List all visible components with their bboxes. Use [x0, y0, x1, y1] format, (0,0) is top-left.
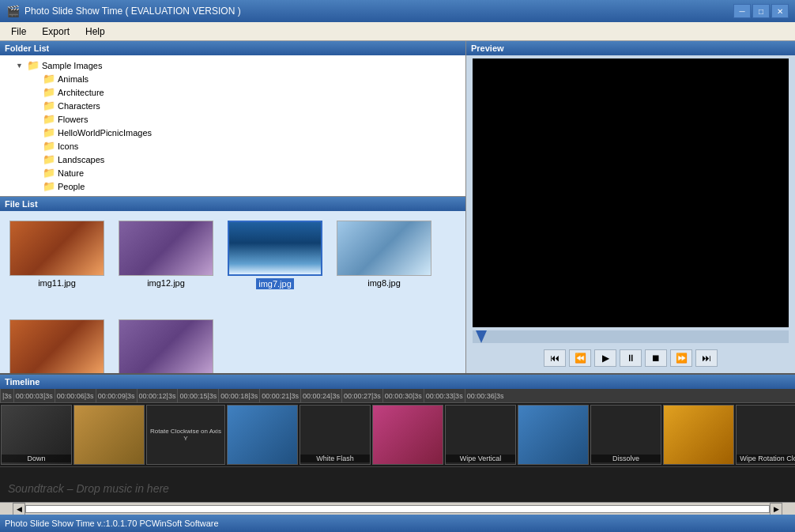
main-area: Folder List ▼ 📁 Sample Images 📁	[0, 41, 795, 515]
preview-scrubber[interactable]	[473, 330, 789, 343]
folder-list-header: Folder List	[0, 41, 465, 55]
app-icon: 🎬	[6, 5, 20, 17]
tree-item-icons[interactable]: 📁 Icons	[0, 139, 465, 153]
statusbar: Photo Slide Show Time v.:1.0.1.70 PCWinS…	[0, 515, 795, 532]
folder-icon-land: 📁	[43, 153, 55, 165]
app-title: Photo Slide Show Time ( EVALUATION VERSI…	[24, 6, 733, 17]
menu-export[interactable]: Export	[34, 25, 77, 39]
file-grid: img11.jpg img12.jpg img7.jpg img8.jpg	[0, 211, 465, 384]
play-button[interactable]: ▶	[594, 349, 616, 367]
file-item-1[interactable]: img12.jpg	[115, 217, 217, 292]
file-section: File List img11.jpg img12.jpg img7.jpg	[0, 197, 465, 384]
file-thumb-5	[119, 319, 213, 375]
clip-9[interactable]	[663, 405, 734, 465]
menu-help[interactable]: Help	[77, 25, 113, 39]
clip-5[interactable]	[372, 405, 443, 465]
file-list-header: File List	[0, 197, 465, 211]
file-item-5[interactable]	[115, 316, 217, 378]
tree-label-ppl: People	[58, 182, 85, 191]
tree-item-flowers[interactable]: 📁 Flowers	[0, 112, 465, 126]
folder-icon-flow: 📁	[43, 113, 55, 125]
clip-0[interactable]: Down	[1, 405, 72, 465]
bottom-scrollbar[interactable]: ◀ ▶	[0, 502, 795, 515]
clip-8[interactable]: Dissolve	[590, 405, 661, 465]
ruler-mark-12: 00:00:36|3s	[465, 389, 506, 402]
tree-item-animals[interactable]: 📁 Animals	[0, 72, 465, 85]
ruler-mark-5: 00:00:15|3s	[177, 389, 218, 402]
clip-7[interactable]	[518, 405, 589, 465]
clip-6[interactable]: Wipe Vertical	[445, 405, 516, 465]
minimize-button[interactable]: ─	[733, 4, 751, 18]
file-item-0[interactable]: img11.jpg	[6, 217, 107, 292]
clip-label-8: Dissolve	[591, 455, 661, 462]
maximize-button[interactable]: □	[752, 4, 770, 18]
ruler-mark-6: 00:00:18|3s	[218, 389, 259, 402]
folder-icon-root: 📁	[27, 59, 40, 71]
pause-button[interactable]: ⏸	[620, 349, 642, 367]
ruler-mark-11: 00:00:33|3s	[424, 389, 465, 402]
clip-label-10: Wipe Rotation Clockwise	[737, 455, 795, 462]
tree-item-people[interactable]: 📁 People	[0, 179, 465, 193]
tree-label-animals: Animals	[58, 74, 89, 84]
folder-icon-hello: 📁	[43, 126, 55, 138]
file-thumb-2	[228, 221, 322, 276]
menu-file[interactable]: File	[3, 25, 34, 39]
preview-screen	[473, 58, 789, 327]
soundtrack-placeholder: Soundtrack – Drop music in here	[8, 482, 169, 495]
clip-10[interactable]: Wipe Rotation Clockwise	[736, 405, 795, 465]
tree-item-nature[interactable]: 📁 Nature	[0, 166, 465, 179]
timeline-header: Timeline	[0, 375, 795, 389]
stop-button[interactable]: ⏹	[645, 349, 667, 367]
folder-icon-arch: 📁	[43, 86, 55, 98]
ruler-mark-9: 00:00:27|3s	[341, 389, 382, 402]
skip-back-button[interactable]: ⏮	[544, 349, 566, 367]
clip-label-2: Rotate Clockwise on Axis Y	[149, 426, 223, 443]
status-text: Photo Slide Show Time v.:1.0.1.70 PCWinS…	[5, 519, 219, 528]
file-name-1: img12.jpg	[147, 278, 185, 288]
tree-item-root[interactable]: ▼ 📁 Sample Images	[0, 58, 465, 72]
titlebar: 🎬 Photo Slide Show Time ( EVALUATION VER…	[0, 0, 795, 22]
file-thumb-3	[337, 221, 431, 276]
folder-icon-nat: 📁	[43, 167, 55, 179]
folder-icon-ppl: 📁	[43, 180, 55, 192]
clip-2[interactable]: Rotate Clockwise on Axis Y	[146, 405, 225, 465]
scroll-left-arrow[interactable]: ◀	[13, 503, 25, 515]
clip-4[interactable]: White Flash	[300, 405, 371, 465]
menubar: File Export Help	[0, 22, 795, 41]
folder-icon-char: 📁	[43, 100, 55, 111]
scroll-right-arrow[interactable]: ▶	[770, 503, 782, 515]
timeline-tracks: Down Rotate Clockwise on Axis Y White Fl…	[0, 403, 795, 515]
folder-icon-animals: 📁	[43, 73, 55, 85]
ruler-mark-1: 00:00:03|3s	[13, 389, 55, 402]
tree-item-landscapes[interactable]: 📁 Landscapes	[0, 153, 465, 166]
ruler-mark-10: 00:00:30|3s	[382, 389, 424, 402]
tree-label-icons: Icons	[58, 141, 78, 151]
file-name-2: img7.jpg	[256, 278, 294, 289]
scroll-track[interactable]	[25, 505, 770, 513]
tree-item-architecture[interactable]: 📁 Architecture	[0, 85, 465, 99]
tree-item-characters[interactable]: 📁 Characters	[0, 99, 465, 112]
folder-section: Folder List ▼ 📁 Sample Images 📁	[0, 41, 465, 197]
top-section: Folder List ▼ 📁 Sample Images 📁	[0, 41, 795, 373]
close-button[interactable]: ✕	[771, 4, 789, 18]
skip-forward-button[interactable]: ⏭	[695, 349, 718, 367]
file-item-3[interactable]: img8.jpg	[333, 217, 435, 292]
file-thumb-4	[9, 319, 104, 375]
clip-3[interactable]	[227, 405, 298, 465]
rewind-button[interactable]: ⏪	[569, 349, 591, 367]
folder-tree[interactable]: ▼ 📁 Sample Images 📁 Animals	[0, 55, 465, 196]
forward-button[interactable]: ⏩	[670, 349, 692, 367]
file-name-0: img11.jpg	[38, 278, 76, 288]
tree-label-flow: Flowers	[58, 115, 89, 124]
ruler-mark-3: 00:00:09|3s	[96, 389, 137, 402]
ruler-mark-0: |3s	[0, 389, 13, 402]
scrubber-thumb	[476, 330, 487, 343]
clip-1[interactable]	[73, 405, 145, 465]
tree-label-char: Characters	[58, 101, 100, 111]
clip-label-6: Wipe Vertical	[446, 455, 515, 462]
clip-label-0: Down	[2, 455, 71, 462]
slide-track[interactable]: Down Rotate Clockwise on Axis Y White Fl…	[0, 403, 795, 466]
file-item-2[interactable]: img7.jpg	[224, 217, 326, 292]
tree-item-hello[interactable]: 📁 HelloWorldPicnicImages	[0, 126, 465, 139]
file-item-4[interactable]	[6, 316, 107, 378]
